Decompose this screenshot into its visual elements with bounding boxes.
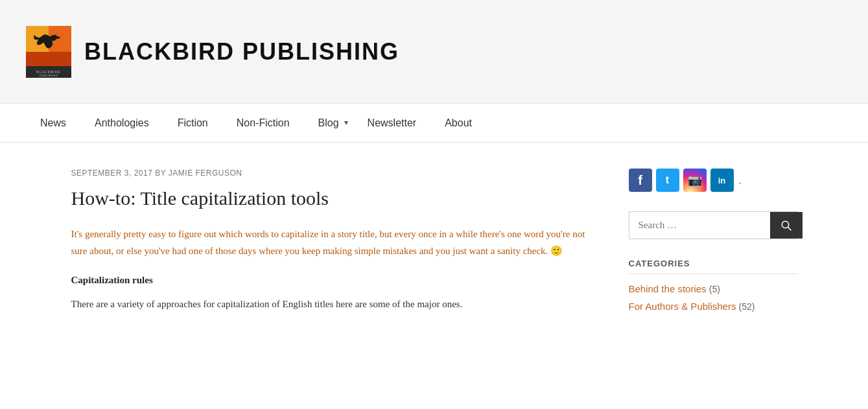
nav-link-newsletter[interactable]: Newsletter bbox=[353, 106, 431, 141]
svg-text:PUBLISHING: PUBLISHING bbox=[39, 74, 58, 77]
categories-title: CATEGORIES bbox=[629, 259, 797, 274]
search-button[interactable] bbox=[770, 212, 803, 239]
article-title: How-to: Title capitalization tools bbox=[71, 185, 590, 211]
nav-link-news[interactable]: News bbox=[26, 106, 80, 141]
site-header: BLACKBIRD PUBLISHING BLACKBIRD PUBLISHIN… bbox=[0, 0, 868, 104]
search-icon bbox=[780, 220, 792, 231]
search-form bbox=[629, 211, 797, 239]
nav-link-nonfiction[interactable]: Non-Fiction bbox=[222, 106, 304, 141]
instagram-label: 📷 bbox=[688, 173, 702, 187]
main-container: SEPTEMBER 3, 2017 BY JAMIE FERGUSON How-… bbox=[45, 143, 823, 331]
article-section-title: Capitalization rules bbox=[71, 275, 590, 286]
nav-link-fiction[interactable]: Fiction bbox=[163, 106, 222, 141]
article-body: There are a variety of approaches for ca… bbox=[71, 296, 590, 313]
nav-item-blog[interactable]: Blog ▾ bbox=[304, 106, 353, 141]
nav-link-anthologies[interactable]: Anthologies bbox=[80, 106, 163, 141]
categories-section: CATEGORIES Behind the stories (5) For Au… bbox=[629, 259, 797, 312]
site-title: BLACKBIRD PUBLISHING bbox=[84, 38, 399, 65]
category-item-for-authors[interactable]: For Authors & Publishers (52) bbox=[629, 301, 797, 312]
instagram-icon[interactable]: 📷 bbox=[683, 169, 707, 192]
svg-point-7 bbox=[782, 221, 789, 228]
article-meta: SEPTEMBER 3, 2017 BY JAMIE FERGUSON bbox=[71, 169, 590, 178]
nav-link-about[interactable]: About bbox=[430, 106, 486, 141]
nav-item-newsletter[interactable]: Newsletter bbox=[353, 106, 431, 141]
linkedin-label: in bbox=[718, 176, 726, 185]
twitter-icon[interactable]: t bbox=[656, 169, 679, 192]
nav-item-nonfiction[interactable]: Non-Fiction bbox=[222, 106, 304, 141]
main-navigation: News Anthologies Fiction Non-Fiction Blo… bbox=[0, 104, 868, 143]
article-author: JAMIE FERGUSON bbox=[169, 169, 242, 178]
site-logo: BLACKBIRD PUBLISHING bbox=[26, 26, 71, 78]
category-item-behind-stories[interactable]: Behind the stories (5) bbox=[629, 283, 797, 294]
article-by: BY bbox=[155, 169, 169, 178]
social-icons-container: f t 📷 in . bbox=[629, 169, 797, 192]
social-dot: . bbox=[739, 174, 742, 187]
facebook-label: f bbox=[638, 173, 642, 188]
twitter-label: t bbox=[666, 174, 669, 186]
category-count-behind-stories: (5) bbox=[709, 284, 720, 294]
svg-line-8 bbox=[788, 227, 791, 230]
sidebar: f t 📷 in . bbox=[629, 169, 797, 318]
facebook-icon[interactable]: f bbox=[629, 169, 652, 192]
article-date: SEPTEMBER 3, 2017 bbox=[71, 169, 153, 178]
search-widget bbox=[629, 211, 797, 239]
nav-item-anthologies[interactable]: Anthologies bbox=[80, 106, 163, 141]
category-label-behind-stories: Behind the stories bbox=[629, 283, 707, 294]
nav-item-about[interactable]: About bbox=[430, 106, 486, 141]
blog-dropdown-arrow: ▾ bbox=[344, 118, 348, 128]
category-label-for-authors: For Authors & Publishers bbox=[629, 301, 736, 312]
nav-item-fiction[interactable]: Fiction bbox=[163, 106, 222, 141]
logo-container: BLACKBIRD PUBLISHING BLACKBIRD PUBLISHIN… bbox=[26, 26, 399, 78]
category-count-for-authors: (52) bbox=[739, 301, 755, 312]
article-intro: It's generally pretty easy to figure out… bbox=[71, 226, 590, 259]
article-main: SEPTEMBER 3, 2017 BY JAMIE FERGUSON How-… bbox=[71, 169, 590, 318]
nav-item-news[interactable]: News bbox=[26, 106, 80, 141]
search-input[interactable] bbox=[629, 212, 770, 239]
nav-menu: News Anthologies Fiction Non-Fiction Blo… bbox=[26, 106, 486, 141]
linkedin-icon[interactable]: in bbox=[710, 169, 734, 192]
